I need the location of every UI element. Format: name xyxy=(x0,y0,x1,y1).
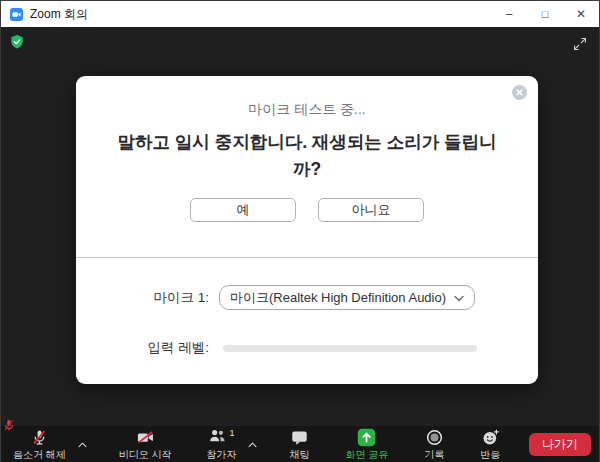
yes-button[interactable]: 예 xyxy=(190,198,296,222)
maximize-button[interactable]: □ xyxy=(527,1,563,27)
mic-label: 마이크 1: xyxy=(76,289,209,307)
no-button[interactable]: 아니요 xyxy=(318,198,424,222)
leave-button[interactable]: 나가기 xyxy=(529,433,591,456)
reactions-smiley-icon xyxy=(481,428,500,447)
window-controls: – □ ✕ xyxy=(491,1,599,27)
audio-options-chevron-icon[interactable] xyxy=(76,434,89,452)
record-label: 기록 xyxy=(424,448,444,462)
minimize-button[interactable]: – xyxy=(491,1,527,27)
mic-device-value: 마이크(Realtek High Definition Audio) xyxy=(230,289,454,307)
participants-options-chevron-icon[interactable] xyxy=(246,434,259,452)
participants-icon xyxy=(208,426,227,449)
chevron-down-icon xyxy=(454,290,464,305)
toolbar-center: 1 참가자 채팅 xyxy=(178,425,529,462)
zoom-window: Zoom 회의 – □ ✕ xyxy=(0,0,600,462)
chat-button[interactable]: 채팅 xyxy=(283,425,315,462)
zoom-app-icon xyxy=(10,8,23,21)
close-button[interactable]: ✕ xyxy=(563,1,599,27)
toolbar-right: 나가기 xyxy=(529,433,599,456)
start-video-label: 비디오 시작 xyxy=(119,448,172,462)
mic-muted-icon xyxy=(30,428,49,447)
share-screen-label: 화면 공유 xyxy=(345,448,388,462)
share-screen-icon xyxy=(357,428,376,447)
input-level-label: 입력 레벨: xyxy=(76,339,209,357)
mic-select-row: 마이크 1: 마이크(Realtek High Definition Audio… xyxy=(76,285,538,310)
input-level-row: 입력 레벨: xyxy=(76,339,538,357)
mic-device-select[interactable]: 마이크(Realtek High Definition Audio) xyxy=(219,285,475,310)
reactions-label: 반응 xyxy=(480,448,500,462)
window-title: Zoom 회의 xyxy=(30,6,491,23)
security-shield-icon[interactable] xyxy=(9,34,25,55)
mic-test-dialog: ✕ 마이크 테스트 중... 말하고 일시 중지합니다. 재생되는 소리가 들립… xyxy=(76,76,538,384)
toolbar-left: 음소거 해제 비디오 시작 xyxy=(1,425,178,462)
fullscreen-expand-icon[interactable] xyxy=(573,37,587,55)
share-screen-button[interactable]: 화면 공유 xyxy=(339,425,394,462)
video-off-icon xyxy=(136,428,155,447)
meeting-toolbar: 음소거 해제 비디오 시작 xyxy=(1,426,599,462)
dialog-buttons: 예 아니요 xyxy=(76,198,538,222)
record-icon xyxy=(425,428,444,447)
input-level-meter xyxy=(223,345,477,352)
chat-label: 채팅 xyxy=(289,448,309,462)
start-video-button[interactable]: 비디오 시작 xyxy=(113,425,178,462)
unmute-button[interactable]: 음소거 해제 xyxy=(7,425,72,462)
dialog-divider xyxy=(76,257,538,258)
reactions-button[interactable]: 반응 xyxy=(474,425,506,462)
muted-mic-indicator-icon xyxy=(3,418,15,436)
participants-label: 참가자 xyxy=(206,448,236,462)
participants-button[interactable]: 1 참가자 xyxy=(200,425,242,462)
unmute-label: 음소거 해제 xyxy=(13,448,66,462)
chat-bubble-icon xyxy=(290,428,309,447)
meeting-area: ✕ 마이크 테스트 중... 말하고 일시 중지합니다. 재생되는 소리가 들립… xyxy=(1,27,599,426)
dialog-close-icon[interactable]: ✕ xyxy=(512,85,527,100)
record-button[interactable]: 기록 xyxy=(418,425,450,462)
participants-count-badge: 1 xyxy=(229,428,234,438)
dialog-message: 말하고 일시 중지합니다. 재생되는 소리가 들립니까? xyxy=(109,129,505,183)
dialog-title: 마이크 테스트 중... xyxy=(76,101,538,119)
title-bar: Zoom 회의 – □ ✕ xyxy=(1,1,599,27)
